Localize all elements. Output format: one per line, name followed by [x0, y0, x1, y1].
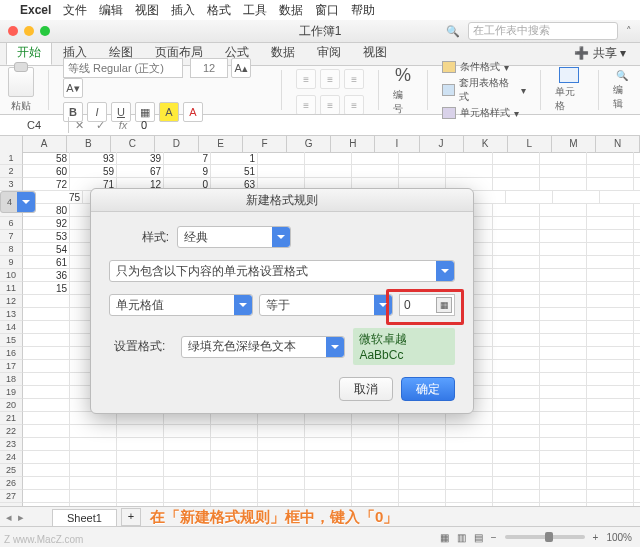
editing-icon[interactable]: 🔍	[616, 70, 628, 81]
row-header[interactable]: 3	[0, 178, 23, 191]
cell[interactable]	[164, 438, 211, 451]
cell[interactable]	[23, 295, 70, 308]
cell[interactable]	[493, 412, 540, 425]
cell[interactable]	[634, 152, 640, 165]
sheet-nav-prev-icon[interactable]: ◂	[0, 511, 18, 524]
cell[interactable]	[117, 438, 164, 451]
zoom-out-icon[interactable]: −	[491, 532, 497, 543]
paste-button[interactable]	[8, 67, 34, 97]
grow-font-button[interactable]: A▴	[231, 58, 251, 78]
row-header[interactable]: 18	[0, 373, 23, 386]
scope-select[interactable]: 只为包含以下内容的单元格设置格式	[109, 260, 455, 282]
cell[interactable]	[164, 477, 211, 490]
cell[interactable]	[540, 347, 587, 360]
cell[interactable]	[258, 451, 305, 464]
cell[interactable]	[258, 425, 305, 438]
column-header[interactable]: D	[155, 136, 199, 152]
cell[interactable]	[540, 152, 587, 165]
menu-item[interactable]: 格式	[207, 2, 231, 19]
cell[interactable]	[493, 399, 540, 412]
cell[interactable]	[305, 464, 352, 477]
sheet-tab[interactable]: Sheet1	[52, 509, 117, 526]
cell[interactable]	[117, 464, 164, 477]
row-header[interactable]: 19	[0, 386, 23, 399]
cell[interactable]	[587, 412, 634, 425]
cell[interactable]	[399, 152, 446, 165]
cell[interactable]	[493, 360, 540, 373]
cell[interactable]	[23, 425, 70, 438]
cancel-formula-icon[interactable]: ✕	[69, 119, 90, 132]
zoom-slider[interactable]	[505, 535, 585, 539]
cell[interactable]	[258, 464, 305, 477]
cell[interactable]	[493, 347, 540, 360]
cell[interactable]	[305, 425, 352, 438]
row-header[interactable]: 15	[0, 334, 23, 347]
cell[interactable]	[446, 425, 493, 438]
cell[interactable]	[164, 451, 211, 464]
cell[interactable]	[446, 451, 493, 464]
row-header[interactable]: 4	[0, 191, 36, 213]
cell[interactable]	[600, 191, 640, 204]
app-name[interactable]: Excel	[20, 3, 51, 17]
sheet-nav-next-icon[interactable]: ▸	[18, 511, 24, 524]
row-header[interactable]: 24	[0, 451, 23, 464]
cell[interactable]: 58	[23, 152, 70, 165]
cell[interactable]	[634, 295, 640, 308]
cell[interactable]	[493, 438, 540, 451]
cell[interactable]	[211, 451, 258, 464]
cell[interactable]: 67	[117, 165, 164, 178]
cell[interactable]	[587, 295, 634, 308]
cell[interactable]	[352, 451, 399, 464]
cell[interactable]	[493, 477, 540, 490]
cell[interactable]	[506, 191, 553, 204]
row-header[interactable]: 14	[0, 321, 23, 334]
cell[interactable]	[493, 334, 540, 347]
cell[interactable]	[211, 438, 258, 451]
cell[interactable]	[634, 334, 640, 347]
operator-select[interactable]: 等于	[259, 294, 393, 316]
cell[interactable]	[540, 425, 587, 438]
cell[interactable]	[634, 321, 640, 334]
row-header[interactable]: 1	[0, 152, 23, 165]
row-header[interactable]: 21	[0, 412, 23, 425]
font-name-select[interactable]: 等线 Regular (正文)	[63, 58, 183, 78]
column-header[interactable]: H	[331, 136, 375, 152]
cell[interactable]	[540, 321, 587, 334]
cell[interactable]	[540, 451, 587, 464]
cell[interactable]	[352, 152, 399, 165]
cell[interactable]	[446, 477, 493, 490]
cell[interactable]	[587, 178, 634, 191]
cell[interactable]	[23, 373, 70, 386]
cell[interactable]	[70, 425, 117, 438]
cell[interactable]	[446, 165, 493, 178]
cell[interactable]	[540, 217, 587, 230]
cell[interactable]	[540, 490, 587, 503]
cell[interactable]	[23, 412, 70, 425]
row-header[interactable]: 22	[0, 425, 23, 438]
cell[interactable]	[70, 464, 117, 477]
range-picker-icon[interactable]: ▦	[436, 297, 452, 313]
cell[interactable]	[587, 230, 634, 243]
ribbon-tab[interactable]: 视图	[352, 40, 398, 65]
formula-value[interactable]: 0	[135, 119, 147, 131]
shrink-font-button[interactable]: A▾	[63, 78, 83, 98]
cell[interactable]	[634, 204, 640, 217]
cell[interactable]	[634, 217, 640, 230]
cell[interactable]	[446, 438, 493, 451]
cell[interactable]	[540, 204, 587, 217]
row-header[interactable]: 13	[0, 308, 23, 321]
cell[interactable]	[493, 490, 540, 503]
row-header[interactable]: 11	[0, 282, 23, 295]
cell[interactable]: 1	[211, 152, 258, 165]
cell[interactable]: 61	[23, 256, 70, 269]
cell[interactable]	[117, 425, 164, 438]
cell[interactable]	[399, 477, 446, 490]
enter-formula-icon[interactable]: ✓	[90, 119, 111, 132]
row-header[interactable]: 7	[0, 230, 23, 243]
cell[interactable]	[634, 230, 640, 243]
menu-item[interactable]: 帮助	[351, 2, 375, 19]
cell[interactable]	[540, 438, 587, 451]
cell[interactable]	[493, 243, 540, 256]
column-header[interactable]: N	[596, 136, 640, 152]
cell[interactable]	[587, 438, 634, 451]
